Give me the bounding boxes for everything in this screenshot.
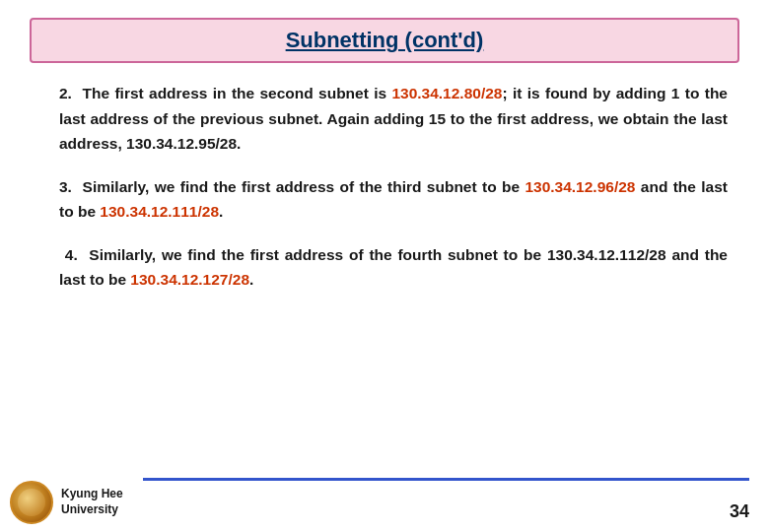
p3-highlight1: 130.34.12.127/28 [130, 271, 249, 288]
content-area: 2. The first address in the second subne… [0, 81, 769, 532]
page-number: 34 [730, 501, 749, 522]
p2-highlight2: 130.34.12.111/28 [100, 203, 219, 220]
paragraph-2: 3. Similarly, we find the first address … [59, 174, 728, 225]
logo-inner-circle [18, 489, 45, 516]
p3-text2: . [249, 271, 253, 288]
university-name-line2: University [61, 502, 123, 518]
university-name-area: Kyung Hee University [61, 487, 123, 517]
p1-text1: 2. The first address in the second subne… [59, 85, 391, 101]
university-logo-area: Kyung Hee University [10, 481, 123, 524]
footer: Kyung Hee University [0, 473, 769, 532]
slide-title: Subnetting (cont'd) [286, 28, 484, 52]
logo-icon [10, 481, 53, 524]
p2-text3: . [219, 203, 223, 220]
university-name-line1: Kyung Hee [61, 487, 123, 502]
paragraph-1: 2. The first address in the second subne… [59, 81, 728, 157]
slide-container: Subnetting (cont'd) 2. The first address… [0, 0, 769, 532]
title-bar: Subnetting (cont'd) [30, 18, 739, 63]
paragraph-3: 4. Similarly, we find the first address … [59, 242, 728, 293]
p1-highlight1: 130.34.12.80/28 [391, 85, 502, 101]
p2-highlight1: 130.34.12.96/28 [524, 178, 635, 195]
p2-text1: 3. Similarly, we find the first address … [59, 178, 524, 195]
